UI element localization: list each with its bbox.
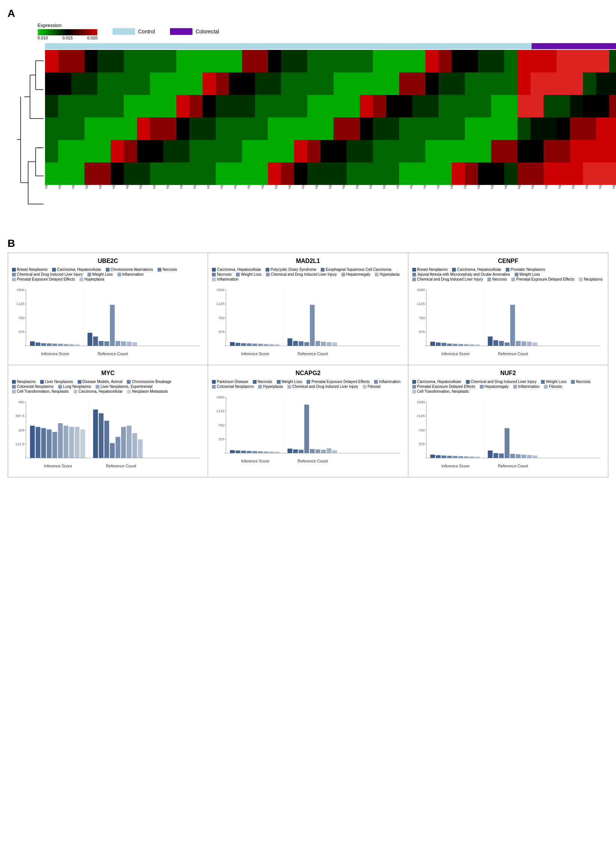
legend-text: Breast Neoplasms xyxy=(417,267,448,272)
legend-text: Inflammation xyxy=(122,272,144,276)
bar-inference xyxy=(258,344,263,345)
heatmap-cell xyxy=(124,140,137,162)
svg-text:Inference Score: Inference Score xyxy=(41,351,69,356)
heatmap-cell xyxy=(491,140,504,162)
svg-text:Inference Score: Inference Score xyxy=(441,351,469,356)
heatmap-cell xyxy=(570,95,583,117)
svg-text:Reference Count: Reference Count xyxy=(298,459,328,463)
heatmap-cell xyxy=(609,50,616,72)
legend-text: Carcinoma, Hepatocellular xyxy=(417,380,461,384)
heatmap-cell xyxy=(229,140,242,162)
legend-item: Inflammation xyxy=(212,277,238,281)
color-ticks: 0.010 0.015 0.020 xyxy=(38,36,98,40)
col-label: GSM1028 xyxy=(424,185,430,189)
heatmap-cell xyxy=(98,140,111,162)
legend-text: Prenatal Exposure Delayed Effects xyxy=(417,384,475,389)
heatmap-cell xyxy=(334,50,347,72)
legend-item: Inflammation xyxy=(117,272,144,276)
heatmap-cell xyxy=(596,72,609,95)
heatmap-cell xyxy=(491,117,504,140)
legend-text: Hyperplasia xyxy=(380,272,400,276)
bar-inference xyxy=(36,342,41,346)
heatmap-cell xyxy=(58,162,71,185)
legend-dot xyxy=(212,385,216,389)
heatmap-cell xyxy=(491,95,504,117)
heatmap-cell xyxy=(425,95,439,117)
svg-text:1125: 1125 xyxy=(416,302,424,306)
heatmap-cell xyxy=(163,117,176,140)
heatmap-cell xyxy=(504,117,517,140)
heatmap-cell xyxy=(307,162,320,185)
svg-text:Reference Count: Reference Count xyxy=(498,351,528,356)
col-label-wrapper: GSM1039 xyxy=(572,185,586,222)
legend-item: Necrosis xyxy=(253,380,272,384)
bar-reference xyxy=(99,413,104,458)
col-label: GSM1012 xyxy=(207,185,213,189)
heatmap-cell xyxy=(229,50,242,72)
heatmap-cell xyxy=(425,72,439,95)
heatmap-cell xyxy=(242,72,255,95)
legend-dot xyxy=(58,385,62,389)
legend-dot xyxy=(74,390,77,393)
bar-inference xyxy=(458,344,463,346)
heatmap-cell xyxy=(544,140,557,162)
svg-text:750: 750 xyxy=(18,316,24,320)
heatmap-cell xyxy=(320,50,334,72)
legend-item: Prostatic Neoplasms xyxy=(506,267,545,272)
legend-item: Carcinoma, Hepatocellular xyxy=(452,267,501,272)
heatmap-cell xyxy=(530,95,544,117)
heatmap-cell xyxy=(255,162,268,185)
legend-dot xyxy=(212,380,216,384)
col-label: GSM1040 xyxy=(586,185,592,189)
heatmap-cell xyxy=(216,50,229,72)
col-label-wrapper: GSM1003 xyxy=(86,185,99,222)
heatmap-cell xyxy=(203,95,216,117)
heatmap-cell xyxy=(334,72,347,95)
col-label-wrapper: GSM1001 xyxy=(59,185,72,222)
legend-text: Hepatomegaly xyxy=(485,384,509,389)
heatmap-cell xyxy=(45,72,58,95)
bar-inference xyxy=(30,341,35,346)
heatmap-cell xyxy=(268,95,281,117)
bar-reference xyxy=(93,336,98,346)
heatmap-cell xyxy=(386,140,399,162)
heatmap-cell xyxy=(386,162,399,185)
bar-inference xyxy=(464,456,469,458)
heatmap-cell xyxy=(596,117,609,140)
heatmap-cell xyxy=(137,117,150,140)
heatmap-cell xyxy=(281,162,294,185)
bar-inference xyxy=(247,451,252,453)
col-label: GSM1022 xyxy=(343,185,349,189)
bar-reference xyxy=(99,341,104,346)
legend-item: Weight Loss xyxy=(277,380,302,384)
heatmap-cell xyxy=(255,95,268,117)
col-label: GSM1039 xyxy=(572,185,578,189)
heatmap-cell xyxy=(517,117,530,140)
bar-reference xyxy=(321,450,326,453)
legend-item: Hyperplasia xyxy=(258,384,283,389)
section-a-label: A xyxy=(8,8,608,20)
heatmap-cell xyxy=(412,95,425,117)
legend-dot xyxy=(452,268,456,272)
sample-bar-row xyxy=(45,43,616,49)
heatmap-cell xyxy=(439,95,452,117)
color-gradient xyxy=(38,29,98,36)
heatmap-cell xyxy=(557,162,570,185)
svg-text:1125: 1125 xyxy=(416,414,424,418)
bar-reference xyxy=(127,426,132,458)
heatmap-cell xyxy=(320,140,334,162)
bar-inference xyxy=(436,455,441,458)
bar-inference xyxy=(241,451,246,453)
heatmap-cell xyxy=(150,162,163,185)
dendrogram-left xyxy=(15,43,45,222)
legend-item: Liver Neoplasms, Experimental xyxy=(96,384,152,389)
col-label-wrapper: GSM1041 xyxy=(599,185,613,222)
bar-reference xyxy=(327,342,332,346)
bar-inference xyxy=(447,344,452,346)
legend-text: Lung Neoplasms xyxy=(63,384,91,389)
heatmap-cell xyxy=(544,72,557,95)
heatmap-cell xyxy=(163,50,176,72)
bar-inference xyxy=(458,456,463,458)
heatmap-row-mad2l1 xyxy=(45,117,616,140)
bar-reference xyxy=(293,341,298,346)
